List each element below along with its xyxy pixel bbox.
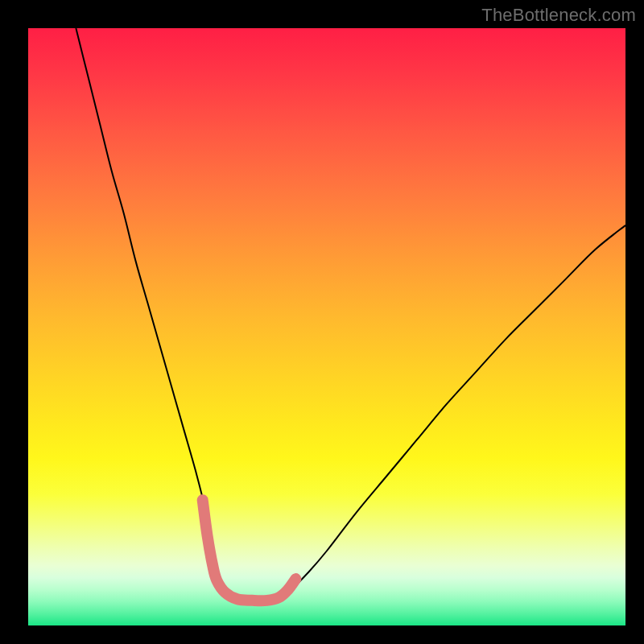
series-pink-segment bbox=[203, 500, 296, 601]
watermark-text: TheBottleneck.com bbox=[481, 5, 636, 26]
chart-svg bbox=[28, 28, 625, 625]
plot-area bbox=[28, 28, 625, 625]
chart-frame: TheBottleneck.com bbox=[0, 0, 644, 644]
series-black-curve bbox=[76, 28, 625, 601]
